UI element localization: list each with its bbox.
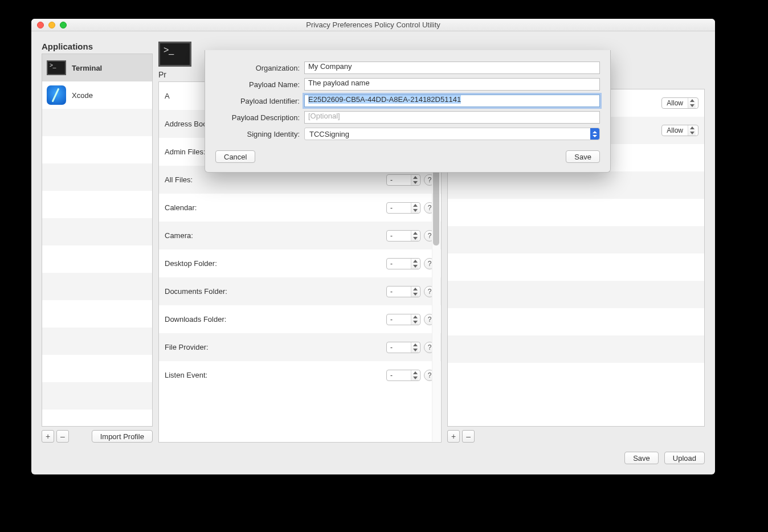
applications-heading: Applications — [42, 42, 153, 51]
remove-event-button[interactable]: – — [462, 430, 475, 443]
list-item — [448, 253, 704, 281]
list-item — [42, 218, 152, 245]
property-value-select[interactable]: - — [386, 342, 420, 353]
xcode-icon — [47, 85, 66, 105]
property-row: Camera: - ? — [159, 222, 441, 249]
property-label: Documents Folder: — [165, 287, 227, 296]
stepper-icon[interactable] — [411, 314, 419, 325]
footer: Save Upload — [42, 448, 705, 464]
property-row: Desktop Folder: - ? — [159, 249, 441, 277]
applications-column: Applications Terminal Xcode — [42, 42, 153, 443]
list-item — [448, 363, 704, 390]
organization-label: Organization: — [215, 64, 300, 72]
save-sheet: Organization: My Company Payload Name: T… — [205, 50, 611, 173]
property-row: Downloads Folder: - ? — [159, 305, 441, 333]
list-item — [42, 191, 152, 218]
applications-list[interactable]: Terminal Xcode — [42, 54, 153, 427]
sidebar-item-label: Terminal — [72, 64, 102, 72]
property-value-select[interactable]: - — [386, 230, 420, 242]
organization-field[interactable]: My Company — [304, 62, 600, 74]
stepper-icon[interactable] — [411, 175, 419, 185]
property-label: Desktop Folder: — [165, 259, 217, 268]
list-item — [42, 109, 152, 136]
import-profile-button[interactable]: Import Profile — [92, 430, 153, 443]
property-value-select[interactable]: - — [386, 202, 420, 214]
chevron-updown-icon — [590, 128, 599, 140]
list-item — [448, 199, 704, 226]
property-row: File Provider: - ? — [159, 333, 441, 361]
list-item — [42, 300, 152, 328]
payload-name-label: Payload Name: — [215, 80, 300, 89]
save-button[interactable]: Save — [624, 452, 659, 464]
cancel-button[interactable]: Cancel — [215, 150, 255, 163]
list-item — [42, 245, 152, 273]
window-title: Privacy Preferences Policy Control Utili… — [31, 21, 715, 29]
list-item — [42, 328, 152, 355]
stepper-icon[interactable] — [411, 203, 419, 213]
list-item — [42, 163, 152, 191]
property-label: Camera: — [165, 231, 193, 240]
terminal-icon — [47, 60, 66, 75]
allow-select[interactable]: Allow — [661, 125, 698, 136]
list-item — [448, 171, 704, 199]
payload-name-field[interactable]: The payload name — [304, 78, 600, 91]
stepper-icon[interactable] — [411, 259, 419, 269]
selected-app-icon — [158, 42, 191, 67]
main-window: Privacy Preferences Policy Control Utili… — [31, 19, 715, 474]
property-label: Admin Files: — [165, 148, 206, 156]
sidebar-item-label: Xcode — [72, 91, 93, 100]
applications-toolbar: + – Import Profile — [42, 430, 153, 443]
property-row: Calendar: - ? — [159, 194, 441, 222]
sidebar-item-xcode[interactable]: Xcode — [42, 81, 152, 109]
list-item — [42, 382, 152, 410]
property-value-select[interactable]: - — [386, 174, 420, 186]
remove-application-button[interactable]: – — [56, 430, 69, 443]
list-item — [448, 281, 704, 308]
list-item — [42, 355, 152, 382]
upload-button[interactable]: Upload — [664, 452, 705, 464]
property-value-select[interactable]: - — [386, 314, 420, 325]
property-label: Downloads Folder: — [165, 315, 226, 324]
list-item — [448, 308, 704, 335]
stepper-icon[interactable] — [411, 231, 419, 241]
property-label: File Provider: — [165, 343, 209, 351]
property-value-select[interactable]: - — [386, 258, 420, 269]
list-item — [42, 273, 152, 300]
titlebar: Privacy Preferences Policy Control Utili… — [31, 19, 715, 31]
property-value-select[interactable]: - — [386, 286, 420, 297]
list-item — [448, 335, 704, 363]
stepper-icon[interactable] — [688, 125, 696, 136]
stepper-icon[interactable] — [688, 98, 696, 108]
property-row: Documents Folder: - ? — [159, 277, 441, 305]
add-event-button[interactable]: + — [447, 430, 460, 443]
add-application-button[interactable]: + — [42, 430, 54, 443]
property-label: A — [165, 92, 170, 100]
stepper-icon[interactable] — [411, 287, 419, 297]
payload-identifier-label: Payload Identifier: — [215, 97, 300, 105]
allow-select[interactable]: Allow — [661, 97, 698, 109]
property-value-select[interactable]: - — [386, 370, 420, 381]
property-label: All Files: — [165, 175, 193, 184]
property-row: Listen Event: - ? — [159, 361, 441, 389]
signing-identity-label: Signing Identity: — [215, 130, 300, 138]
property-label: Listen Event: — [165, 371, 207, 379]
property-label: Calendar: — [165, 203, 197, 212]
events-toolbar: + – — [447, 430, 705, 443]
sidebar-item-terminal[interactable]: Terminal — [42, 54, 152, 81]
stepper-icon[interactable] — [411, 370, 419, 380]
list-item — [448, 226, 704, 253]
payload-description-label: Payload Description: — [215, 113, 300, 122]
sheet-save-button[interactable]: Save — [566, 150, 600, 163]
list-item — [42, 136, 152, 163]
payload-description-field[interactable]: [Optional] — [304, 111, 600, 124]
stepper-icon[interactable] — [411, 342, 419, 353]
payload-identifier-field[interactable]: E25D2609-CB5A-44DD-A8EA-214182D51141 — [304, 95, 600, 107]
signing-identity-select[interactable]: TCCSigning — [304, 128, 600, 140]
